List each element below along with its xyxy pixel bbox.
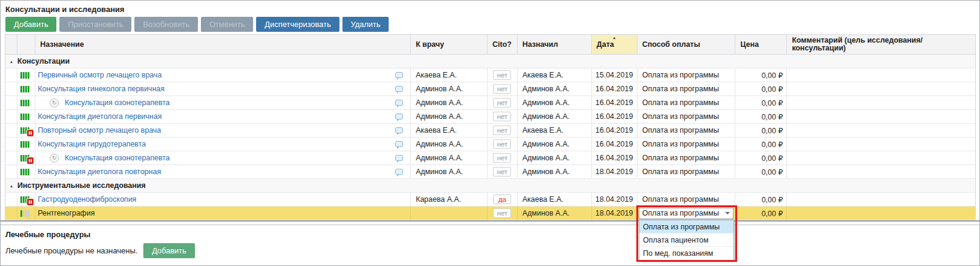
comment-bubble-icon[interactable] (395, 113, 403, 119)
payment-dropdown-list: Оплата из программы Оплата пациентом По … (639, 220, 734, 261)
dispatch-button[interactable]: Диспетчеризовать (256, 17, 339, 32)
group-row[interactable]: ▴ Инструментальные исследования (5, 179, 975, 193)
doctor-value: Караева А.А. (416, 195, 461, 204)
payment-value: Оплата из программы (638, 112, 719, 121)
appointment-name-link[interactable]: Гастродуоденофиброскопия (35, 195, 136, 204)
cito-cell: нет (488, 124, 518, 137)
table-row[interactable]: Повторный осмотр лечащего врача Акаева Е… (5, 124, 975, 138)
add-button[interactable]: Добавить (5, 17, 56, 32)
column-header-date[interactable]: ▲ Дата (592, 35, 638, 54)
comment-cell (787, 110, 975, 123)
table-row[interactable]: Рентгенография нет Админов А.А. 18.04.20… (5, 207, 975, 220)
payment-option-medical-indications[interactable]: По мед. показаниям (639, 247, 734, 260)
assigned-by-cell: Админов А.А. (518, 138, 592, 151)
table-row[interactable]: Консультация гинеколога первичная Админо… (5, 82, 975, 96)
date-cell: 15.04.2019 (592, 68, 638, 82)
payment-cell: Оплата из программы (638, 138, 736, 151)
appointment-name-link[interactable]: Консультация гирудотерапевта (35, 140, 146, 148)
doctor-cell: Акаева Е.А. (411, 68, 488, 82)
payment-option-from-program[interactable]: Оплата из программы (639, 220, 734, 234)
section-splitter[interactable] (1, 220, 979, 225)
comment-bubble-icon[interactable] (395, 169, 403, 175)
appointment-name-link[interactable]: Консультация озонотерапевта (62, 98, 170, 107)
table-row[interactable]: Консультация гирудотерапевта Админов А.А… (5, 138, 975, 151)
status-progress-icon (20, 100, 29, 106)
price-value: 0,00 ₽ (762, 112, 783, 121)
appointment-name-link[interactable]: Первичный осмотр лечащего врача (35, 71, 162, 79)
column-header-comment[interactable]: Комментарий (цель исследования/консульта… (787, 35, 975, 54)
group-row[interactable]: ▴ Консультации (5, 55, 975, 68)
comment-cell (787, 138, 975, 151)
appointment-name-link[interactable]: Консультация озонотерапевта (62, 154, 170, 162)
cito-cell: да (488, 193, 518, 206)
column-header-price[interactable]: Цена (735, 35, 787, 54)
doctor-value: Акаева Е.А. (416, 71, 457, 79)
column-header-payment[interactable]: Способ оплаты (638, 35, 736, 54)
doctor-value: Админов А.А. (416, 85, 463, 93)
appointment-name-link[interactable]: Консультация диетолога повторная (35, 168, 161, 176)
appointment-name-link[interactable]: Консультация гинеколога первичная (35, 85, 164, 93)
price-value: 0,00 ₽ (762, 209, 783, 218)
table-body: ▴ Консультации Первичный осмотр лечащего… (5, 55, 975, 220)
column-header-cito[interactable]: Cito? (488, 35, 518, 54)
assigned-by-value: Админов А.А. (522, 85, 570, 93)
comment-bubble-icon[interactable] (395, 155, 403, 161)
group-collapse-icon[interactable]: ▴ (5, 59, 17, 64)
column-header-doctor[interactable]: К врачу (411, 35, 488, 54)
cito-cell: нет (488, 165, 518, 178)
procedures-add-button[interactable]: Добавить (143, 243, 194, 258)
comment-bubble-icon[interactable] (395, 72, 403, 78)
comment-cell (787, 96, 975, 109)
cito-toggle[interactable]: нет (493, 167, 511, 177)
cito-toggle[interactable]: нет (493, 70, 511, 80)
table-row[interactable]: ↻ Консультация озонотерапевта Админов А.… (5, 96, 975, 110)
status-progress-icon (20, 210, 29, 217)
cito-cell: нет (488, 207, 518, 220)
payment-option-by-patient[interactable]: Оплата пациентом (639, 234, 734, 247)
doctor-cell: Админов А.А. (411, 110, 488, 123)
table-row[interactable]: Консультация диетолога первичная Админов… (5, 110, 975, 124)
comment-bubble-icon[interactable] (395, 100, 403, 106)
delete-button[interactable]: Удалить (342, 17, 389, 32)
date-cell: 16.04.2019 (592, 96, 638, 109)
price-value: 0,00 ₽ (762, 168, 783, 177)
payment-dropdown[interactable]: Оплата из программы (639, 208, 734, 219)
appointment-name-link[interactable]: Рентгенография (35, 209, 95, 217)
price-cell: 0,00 ₽ (735, 68, 787, 82)
payment-cell: Оплата из программы (638, 193, 736, 206)
group-collapse-icon[interactable]: ▴ (5, 183, 17, 189)
comment-bubble-icon[interactable] (395, 141, 403, 147)
price-cell: 0,00 ₽ (735, 138, 787, 151)
status-progress-icon (20, 72, 29, 79)
cito-toggle[interactable]: нет (493, 112, 511, 121)
cito-toggle[interactable]: нет (493, 125, 511, 135)
cito-toggle[interactable]: нет (493, 98, 511, 107)
appointment-name-link[interactable]: Повторный осмотр лечащего врача (35, 126, 161, 135)
payment-value: Оплата из программы (638, 126, 719, 135)
column-header-name[interactable]: Назначение (35, 35, 411, 54)
appointment-name-link[interactable]: Консультация диетолога первичная (35, 112, 162, 121)
cito-toggle[interactable]: нет (493, 153, 511, 163)
cancel-button: Отменить (201, 17, 253, 32)
cito-cell: нет (488, 138, 518, 151)
cito-toggle[interactable]: нет (493, 208, 511, 218)
table-row[interactable]: Гастродуоденофиброскопия Караева А.А. да… (5, 193, 975, 207)
column-header-status (17, 35, 35, 54)
status-progress-icon (20, 127, 29, 134)
column-header-assigned-by[interactable]: Назначил (518, 35, 592, 54)
doctor-cell: Караева А.А. (411, 193, 488, 206)
cito-toggle[interactable]: да (493, 195, 511, 204)
table-row[interactable]: Консультация диетолога повторная Админов… (5, 165, 975, 179)
comment-bubble-icon[interactable] (395, 86, 403, 92)
status-progress-icon (20, 141, 29, 148)
cito-toggle[interactable]: нет (493, 84, 511, 94)
cito-toggle[interactable]: нет (493, 139, 511, 149)
date-value: 16.04.2019 (596, 98, 633, 107)
price-value: 0,00 ₽ (762, 154, 783, 163)
table-row[interactable]: ↻ Консультация озонотерапевта Админов А.… (5, 151, 975, 165)
comment-bubble-icon[interactable] (395, 127, 403, 133)
date-cell: 16.04.2019 (592, 124, 638, 137)
assigned-by-cell: Акаева Е.А. (518, 68, 592, 82)
table-row[interactable]: Первичный осмотр лечащего врача Акаева Е… (5, 68, 975, 82)
assigned-by-cell: Админов А.А. (518, 96, 592, 109)
